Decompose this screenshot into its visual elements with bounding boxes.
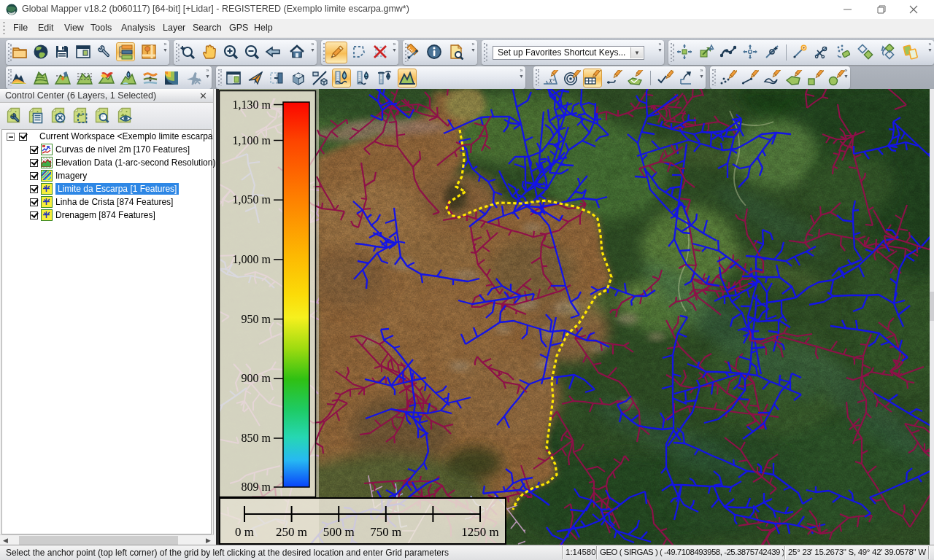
svg-text:900 m: 900 m <box>242 372 271 384</box>
svg-text:1,100 m: 1,100 m <box>233 134 271 147</box>
svg-text:0 m: 0 m <box>235 525 254 539</box>
svg-text:1,130 m: 1,130 m <box>233 98 271 111</box>
svg-text:1250 m: 1250 m <box>461 525 498 539</box>
svg-text:1,050 m: 1,050 m <box>233 193 271 206</box>
svg-text:1,000 m: 1,000 m <box>233 253 271 265</box>
svg-text:3D: 3D <box>296 73 302 78</box>
svg-text:750 m: 750 m <box>370 525 401 539</box>
svg-text:X°: X° <box>548 78 555 85</box>
svg-text:950 m: 950 m <box>242 313 271 325</box>
svg-text:850 m: 850 m <box>242 432 271 444</box>
svg-text:250 m: 250 m <box>276 525 307 539</box>
svg-text:500 m: 500 m <box>323 525 355 539</box>
svg-text:809 m: 809 m <box>242 481 271 493</box>
